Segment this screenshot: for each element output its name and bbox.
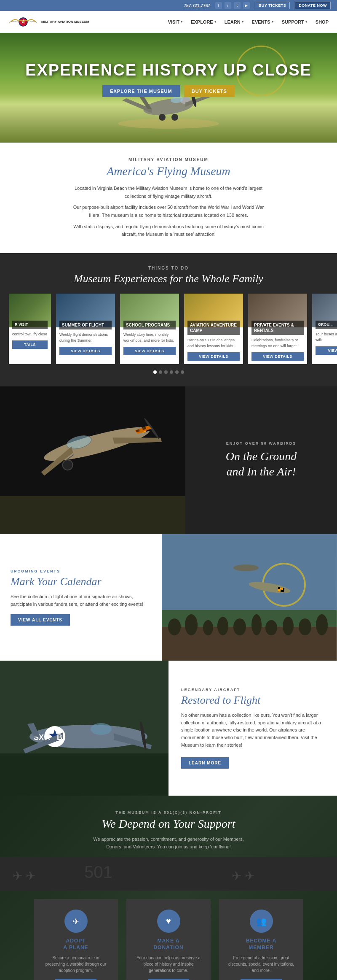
- svg-text:501: 501: [84, 863, 112, 881]
- card-aviation-body: AVIATION ADVENTURE CAMP Hands-on STEM ch…: [184, 327, 243, 364]
- donate-now-top-button[interactable]: DONATE NOW: [295, 2, 331, 9]
- card-private-btn[interactable]: VIEW DETAILS: [251, 352, 304, 361]
- nav-explore[interactable]: EXPLORE▾: [191, 19, 216, 24]
- youtube-icon[interactable]: ▶: [243, 2, 250, 9]
- restored-title: Restored to Flight: [181, 694, 324, 707]
- card-army-body: R VISIT control tow.. fly close TAILS: [9, 327, 51, 352]
- explore-museum-button[interactable]: EXPLORE THE MUSEUM: [102, 85, 180, 97]
- dot-3[interactable]: [164, 370, 168, 374]
- svg-point-7: [171, 114, 178, 121]
- card-group: GROU... Tour buses are... or with VIEW: [312, 294, 337, 364]
- card-army: R VISIT control tow.. fly close TAILS: [9, 294, 51, 364]
- chevron-down-icon: ▾: [272, 20, 273, 24]
- support-card-adopt: ✈ ADOPT A PLANE Secure a personal role i…: [34, 899, 118, 980]
- support-card-member: 👥 BECOME A MEMBER Free general admission…: [219, 899, 303, 980]
- about-eyebrow: MILITARY AVIATION MUSEUM: [34, 157, 303, 162]
- card-army-desc: control tow.. fly close: [12, 332, 48, 337]
- card-school-btn[interactable]: VIEW DETAILS: [123, 347, 176, 355]
- about-text-3: With static displays, and regular flying…: [72, 223, 265, 238]
- restored-eyebrow: LEGENDARY AIRCRAFT: [181, 688, 324, 692]
- member-learn-more-button[interactable]: LEARN MORE: [241, 979, 282, 980]
- instagram-icon[interactable]: i: [225, 2, 231, 9]
- nav-learn[interactable]: LEARN▾: [225, 19, 243, 24]
- svg-point-35: [251, 614, 262, 635]
- buy-tickets-top-button[interactable]: BUY TICKETS: [255, 2, 290, 9]
- nav-support[interactable]: SUPPORT▾: [282, 19, 307, 24]
- learn-more-restored-button[interactable]: LEARN MORE: [181, 757, 229, 769]
- card-aviation-desc: Hands-on STEM challenges and history les…: [187, 337, 240, 349]
- donate-learn-more-button[interactable]: LEARN MORE: [148, 979, 190, 980]
- card-private-desc: Celebrations, fundraisers or meetings no…: [251, 337, 304, 349]
- things-title: Museum Experiences for the Whole Family: [0, 273, 337, 285]
- about-text-1: Located in Virginia Beach the Military A…: [72, 184, 265, 200]
- svg-point-31: [185, 614, 198, 635]
- logo-text: MILITARY AVIATION MUSEUM: [41, 20, 89, 24]
- top-bar: 757-721-7767 f i t ▶ BUY TICKETS DONATE …: [0, 0, 337, 11]
- chevron-down-icon: ▾: [181, 20, 182, 24]
- card-summer-btn[interactable]: VIEW DETAILS: [59, 347, 112, 355]
- dot-2[interactable]: [159, 370, 162, 374]
- card-group-btn[interactable]: VIEW: [316, 346, 337, 355]
- chevron-down-icon: ▾: [305, 20, 307, 24]
- card-army-btn[interactable]: TAILS: [12, 340, 48, 349]
- view-all-events-button[interactable]: VIEW ALL EVENTS: [11, 614, 70, 626]
- events-section: UPCOMING EVENTS Mark Your Calendar See t…: [0, 534, 337, 661]
- svg-point-23: [233, 564, 259, 571]
- events-eyebrow: UPCOMING EVENTS: [11, 569, 151, 573]
- restored-section: SX ★ B LEGENDARY AIRCRAFT Restored to Fl…: [0, 661, 337, 796]
- svg-point-33: [217, 617, 228, 635]
- events-text: See the collection in flight at one of o…: [11, 593, 151, 608]
- card-summer-body: SUMMER OF FLIGHT Weekly flight demonstra…: [56, 327, 115, 359]
- logo-area[interactable]: MILITARY AVIATION MUSEUM: [8, 14, 89, 29]
- logo-wings-icon: [8, 14, 38, 29]
- dot-5[interactable]: [175, 370, 179, 374]
- dot-6[interactable]: [181, 370, 184, 374]
- dot-4[interactable]: [170, 370, 173, 374]
- buy-tickets-hero-button[interactable]: BUY TICKETS: [184, 85, 235, 97]
- support-title: We Depend on Your Support: [17, 817, 320, 831]
- svg-point-39: [316, 614, 328, 635]
- svg-text:B: B: [57, 733, 62, 742]
- svg-point-6: [159, 114, 166, 121]
- card-school-title: SCHOOL PROGRAMS: [123, 321, 176, 329]
- card-private-title: PRIVATE EVENTS & RENTALS: [251, 321, 304, 335]
- phone-number[interactable]: 757-721-7767: [184, 3, 210, 8]
- card-school: SCHOOL PROGRAMS Weekly story time, month…: [120, 294, 179, 364]
- svg-rect-41: [0, 753, 168, 796]
- svg-text:✈ ✈: ✈ ✈: [13, 869, 35, 883]
- twitter-icon[interactable]: t: [234, 2, 241, 9]
- warbirds-section: ENJOY OVER 50 WARBIRDS On the Ground and…: [0, 386, 337, 534]
- svg-text:★: ★: [44, 733, 51, 742]
- card-summer-desc: Weekly flight demonstrations during the …: [59, 332, 112, 343]
- adopt-learn-more-button[interactable]: LEARN MORE: [55, 979, 97, 980]
- card-group-desc: Tour buses are... or with: [316, 332, 337, 343]
- card-private-body: PRIVATE EVENTS & RENTALS Celebrations, f…: [248, 327, 307, 364]
- nav-links: VISIT▾ EXPLORE▾ LEARN▾ EVENTS▾ SUPPORT▾ …: [102, 19, 329, 24]
- support-eyebrow: THE MUSEUM IS A 501(C)(3) NON-PROFIT: [17, 810, 320, 815]
- nav-shop[interactable]: SHOP: [316, 19, 329, 24]
- warbirds-title: On the Ground and In the Air!: [226, 449, 297, 480]
- nav-events[interactable]: EVENTS▾: [252, 19, 273, 24]
- hero-section: EXPERIENCE HISTORY UP CLOSE EXPLORE THE …: [0, 33, 337, 143]
- svg-rect-50: [0, 857, 337, 891]
- svg-point-32: [203, 620, 213, 635]
- nav-visit[interactable]: VISIT▾: [168, 19, 183, 24]
- about-text-2: Our purpose-built airport facility inclu…: [72, 203, 265, 219]
- member-people-icon: 👥: [250, 910, 273, 933]
- card-aviation-btn[interactable]: VIEW DETAILS: [187, 352, 240, 361]
- support-cards: ✈ ADOPT A PLANE Secure a personal role i…: [17, 899, 320, 980]
- navbar: MILITARY AVIATION MUSEUM VISIT▾ EXPLORE▾…: [0, 11, 337, 33]
- about-section: MILITARY AVIATION MUSEUM America's Flyin…: [0, 143, 337, 253]
- restored-image: SX ★ B: [0, 661, 168, 796]
- events-left: UPCOMING EVENTS Mark Your Calendar See t…: [0, 534, 162, 661]
- card-school-desc: Weekly story time, monthly workshops, an…: [123, 332, 176, 343]
- card-group-body: GROU... Tour buses are... or with VIEW: [312, 327, 337, 358]
- facebook-icon[interactable]: f: [215, 2, 222, 9]
- events-image: [162, 534, 337, 661]
- dot-1[interactable]: [153, 370, 157, 374]
- restored-description: No other museum has a collection like ou…: [181, 712, 324, 749]
- support-text: We appreciate the passion, commitment, a…: [88, 836, 249, 850]
- card-summer-title: SUMMER OF FLIGHT: [59, 321, 112, 329]
- svg-point-34: [233, 618, 246, 635]
- svg-point-2: [118, 119, 219, 129]
